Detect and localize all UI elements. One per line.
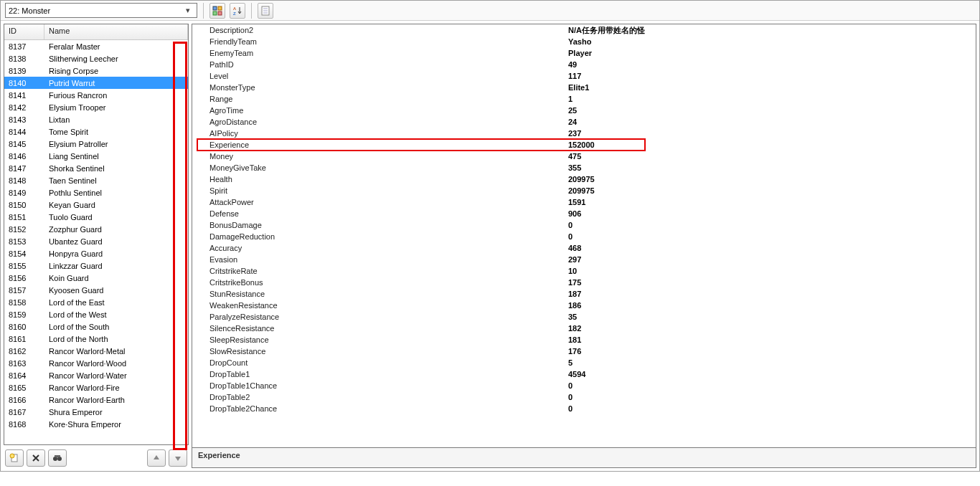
property-value[interactable]: 186 [565,301,976,310]
property-value[interactable]: 0 [565,221,976,229]
table-row[interactable]: 8148Taen Sentinel [4,174,188,186]
property-value[interactable]: 24 [565,118,976,126]
property-value[interactable]: Elite1 [565,83,976,92]
table-row[interactable]: 8151Tuolo Guard [4,211,188,223]
property-value[interactable]: 187 [565,290,976,298]
table-row[interactable]: 8164Rancor Warlord·Water [4,369,188,381]
table-row[interactable]: 8154Honpyra Guard [4,247,188,259]
property-row[interactable]: Evasion297 [192,254,976,265]
property-row[interactable]: Range1 [192,93,976,105]
property-value[interactable]: 181 [565,335,976,344]
property-row[interactable]: DropTable2Chance0 [192,403,976,414]
property-value[interactable]: 468 [565,244,976,252]
property-row[interactable]: BonusDamage0 [192,219,976,231]
search-button[interactable] [48,449,67,467]
property-row[interactable]: DropTable1Chance0 [192,380,976,391]
property-row[interactable]: SilenceResistance182 [192,323,976,334]
table-row[interactable]: 8158Lord of the East [4,296,188,308]
delete-button[interactable] [27,449,45,467]
property-row[interactable]: EnemyTeamPlayer [192,47,976,59]
property-value[interactable]: 0 [565,381,976,390]
property-row[interactable]: Description2N/A任务用带姓名的怪 [192,24,976,36]
table-row[interactable]: 8144Tome Spirit [4,125,188,138]
property-row[interactable]: MonsterTypeElite1 [192,82,976,93]
table-row[interactable]: 8137Feralar Master [4,40,188,52]
move-up-button[interactable] [147,449,166,467]
property-value[interactable]: 4594 [565,370,976,378]
table-row[interactable]: 8161Lord of the North [4,333,188,345]
property-value[interactable]: 0 [565,393,976,401]
property-row[interactable]: Spirit209975 [192,185,976,196]
property-value[interactable]: 35 [565,313,976,321]
property-value[interactable]: 49 [565,60,976,69]
table-row[interactable]: 8149Pothlu Sentinel [4,186,188,199]
property-row[interactable]: AIPolicy237 [192,128,976,139]
property-row[interactable]: Money475 [192,151,976,162]
table-row[interactable]: 8157Kyoosen Guard [4,284,188,296]
property-row[interactable]: FriendlyTeamYasho [192,36,976,47]
property-row[interactable]: Experience152000 [192,139,976,151]
property-value[interactable]: 1 [565,95,976,103]
property-row[interactable]: CritstrikeBonus175 [192,277,976,288]
table-row[interactable]: 8153Ubantez Guard [4,235,188,247]
property-value[interactable]: 175 [565,278,976,287]
property-value[interactable]: 209975 [565,186,976,195]
property-grid[interactable]: Description2N/A任务用带姓名的怪FriendlyTeamYasho… [192,24,976,448]
property-value[interactable]: 209975 [565,175,976,184]
list-body[interactable]: 8137Feralar Master8138Slitherwing Leeche… [4,40,188,444]
property-value[interactable]: 0 [565,232,976,241]
table-row[interactable]: 8141Furious Rancron [4,89,188,101]
header-id[interactable]: ID [4,24,44,39]
property-row[interactable]: DropCount5 [192,357,976,368]
table-row[interactable]: 8163Rancor Warlord·Wood [4,357,188,369]
property-row[interactable]: ParalyzeResistance35 [192,311,976,323]
property-value[interactable]: 176 [565,347,976,356]
table-row[interactable]: 8159Lord of the West [4,308,188,320]
property-row[interactable]: SleepResistance181 [192,334,976,346]
property-row[interactable]: AttackPower1591 [192,196,976,208]
property-value[interactable]: 297 [565,255,976,264]
categorize-button[interactable] [209,3,225,19]
property-row[interactable]: CritstrikeRate10 [192,265,976,277]
property-value[interactable]: 237 [565,129,976,138]
property-row[interactable]: WeakenResistance186 [192,300,976,311]
property-value[interactable]: 10 [565,267,976,275]
property-row[interactable]: DropTable14594 [192,368,976,380]
new-button[interactable] [5,449,24,467]
property-row[interactable]: SlowResistance176 [192,346,976,357]
table-row[interactable]: 8143Lixtan [4,113,188,125]
table-row[interactable]: 8146Liang Sentinel [4,150,188,162]
property-value[interactable]: 152000 [565,140,976,149]
property-value[interactable]: 906 [565,209,976,218]
property-value[interactable]: 0 [565,404,976,413]
table-row[interactable]: 8165Rancor Warlord·Fire [4,381,188,394]
property-row[interactable]: Level117 [192,70,976,82]
property-row[interactable]: Defense906 [192,208,976,219]
table-row[interactable]: 8150Keyan Guard [4,199,188,211]
table-row[interactable]: 8142Elysium Trooper [4,101,188,113]
move-down-button[interactable] [169,449,187,467]
property-value[interactable]: 475 [565,152,976,161]
property-row[interactable]: AgroDistance24 [192,116,976,128]
property-row[interactable]: Health209975 [192,173,976,185]
table-select-combo[interactable]: 22: Monster ▾ [5,3,197,18]
property-row[interactable]: StunResistance187 [192,288,976,300]
table-row[interactable]: 8162Rancor Warlord·Metal [4,345,188,357]
property-value[interactable]: 1591 [565,198,976,206]
property-value[interactable]: 5 [565,358,976,367]
property-value[interactable]: Yasho [565,37,976,46]
property-value[interactable]: 25 [565,106,976,115]
sort-az-button[interactable]: AZ [230,3,245,19]
property-value[interactable]: Player [565,49,976,57]
table-row[interactable]: 8145Elysium Patroller [4,138,188,150]
property-row[interactable]: PathID49 [192,59,976,70]
table-row[interactable]: 8166Rancor Warlord·Earth [4,394,188,406]
table-row[interactable]: 8160Lord of the South [4,320,188,333]
property-value[interactable]: 182 [565,324,976,333]
property-value[interactable]: 117 [565,72,976,80]
header-name[interactable]: Name [44,24,188,39]
property-value[interactable]: N/A任务用带姓名的怪 [565,25,976,36]
table-row[interactable]: 8147Shorka Sentinel [4,162,188,174]
table-row[interactable]: 8152Zozphur Guard [4,223,188,235]
table-row[interactable]: 8167Shura Emperor [4,406,188,418]
